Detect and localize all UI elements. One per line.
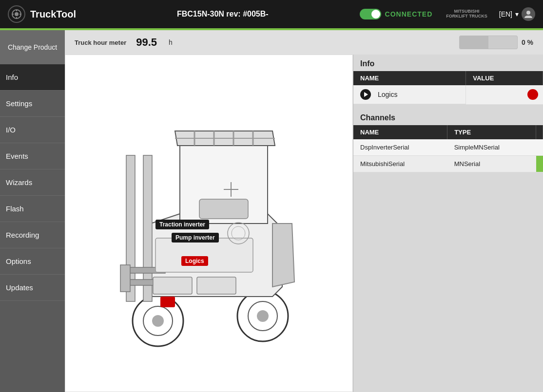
brand-logo: MITSUBISHI FORKLIFT TRUCKS	[446, 9, 487, 19]
content-columns: Traction inverter Pump inverter Logics I…	[65, 55, 543, 392]
truck-meter-label: Truck hour meter	[75, 39, 126, 46]
lang-user-area: [EN] ▾	[499, 7, 535, 21]
record-dot	[527, 89, 538, 100]
sidebar-item-info[interactable]: Info	[0, 64, 65, 91]
info-table: NAME VALUE Logics	[353, 71, 543, 105]
table-row: DspInverterSerial SimpleMNSerial	[353, 139, 543, 156]
battery-bar-container: 0 %	[459, 36, 533, 49]
logo-area: TruckTool	[8, 5, 86, 23]
connection-area: CONNECTED	[360, 9, 433, 19]
svg-point-9	[257, 310, 269, 322]
channel-name-1[interactable]: DspInverterSerial	[353, 139, 447, 156]
sidebar-item-wizards[interactable]: Wizards	[0, 169, 65, 196]
table-row: MitsubishiSerial MNSerial	[353, 155, 543, 172]
language-selector[interactable]: [EN]	[499, 10, 512, 18]
app-header: TruckTool FBC15N-30N rev: #005B- CONNECT…	[0, 0, 543, 28]
user-icon[interactable]	[522, 7, 535, 21]
truck-meter-unit: h	[169, 38, 173, 46]
svg-rect-22	[120, 265, 130, 292]
play-icon	[360, 89, 371, 100]
truck-meter-value: 99.5	[136, 36, 157, 49]
right-panel: Info NAME VALUE Log	[353, 55, 543, 392]
sidebar-item-events[interactable]: Events	[0, 143, 65, 169]
logics-label[interactable]: Logics	[181, 256, 208, 266]
chevron-down-icon: ▾	[515, 10, 519, 18]
sidebar-item-flash[interactable]: Flash	[0, 196, 65, 222]
svg-rect-27	[160, 297, 175, 307]
svg-point-1	[15, 12, 19, 16]
svg-rect-23	[199, 199, 248, 219]
info-section-title: Info	[353, 55, 543, 71]
channel-name-2[interactable]: MitsubishiSerial	[353, 155, 447, 172]
battery-bar	[459, 36, 518, 49]
main-layout: Change Product Info Settings I/O Events …	[0, 30, 543, 392]
connection-toggle[interactable]	[360, 9, 381, 19]
svg-rect-26	[155, 238, 253, 272]
battery-percent: 0 %	[522, 38, 533, 46]
info-row-value	[466, 85, 543, 104]
info-section: Info NAME VALUE Log	[353, 55, 543, 105]
channel-type-1: SimpleMNSerial	[447, 139, 536, 156]
svg-point-6	[526, 11, 530, 15]
svg-rect-24	[153, 277, 192, 294]
svg-point-12	[152, 315, 164, 327]
sidebar: Change Product Info Settings I/O Events …	[0, 30, 65, 392]
content-area: Truck hour meter 99.5 h 0 %	[65, 30, 543, 392]
channel-type-2: MNSerial	[447, 155, 536, 172]
info-row-name[interactable]: Logics	[353, 85, 466, 104]
info-col-value: VALUE	[466, 71, 543, 85]
connection-status: CONNECTED	[385, 10, 433, 18]
channels-col-name: NAME	[353, 125, 447, 139]
pump-inverter-label[interactable]: Pump inverter	[172, 233, 219, 243]
traction-inverter-label[interactable]: Traction inverter	[155, 220, 209, 229]
diagram-panel: Traction inverter Pump inverter Logics	[65, 55, 353, 392]
sidebar-item-recording[interactable]: Recording	[0, 222, 65, 248]
table-row: Logics	[353, 85, 543, 104]
app-title: TruckTool	[30, 9, 76, 20]
sidebar-item-settings[interactable]: Settings	[0, 91, 65, 117]
channels-section: Channels NAME TYPE	[353, 109, 543, 392]
channels-table-wrapper[interactable]: NAME TYPE DspInverterSerial SimpleMNSeri…	[353, 125, 543, 392]
sidebar-item-updates[interactable]: Updates	[0, 275, 65, 301]
channels-col-type: TYPE	[447, 125, 536, 139]
sidebar-item-options[interactable]: Options	[0, 248, 65, 275]
svg-rect-25	[197, 277, 236, 294]
info-col-name: NAME	[353, 71, 466, 85]
channels-table: NAME TYPE DspInverterSerial SimpleMNSeri…	[353, 125, 543, 172]
channels-section-title: Channels	[353, 109, 543, 125]
battery-fill	[460, 36, 488, 49]
logo-icon	[8, 5, 25, 23]
toggle-knob	[371, 10, 380, 19]
device-title: FBC15N-30N rev: #005B-	[94, 10, 352, 19]
sidebar-item-change-product[interactable]: Change Product	[0, 30, 65, 64]
top-bar: Truck hour meter 99.5 h 0 %	[65, 30, 543, 55]
sidebar-item-io[interactable]: I/O	[0, 117, 65, 143]
